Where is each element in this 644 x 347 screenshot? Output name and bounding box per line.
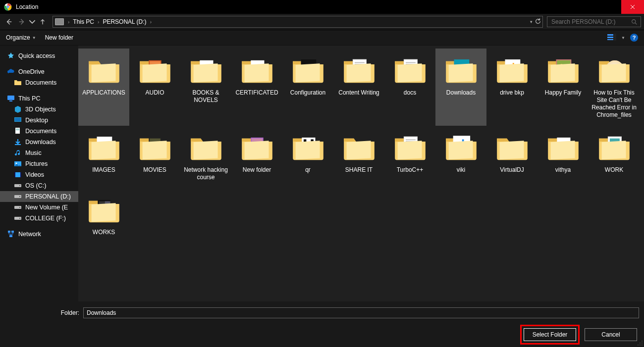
breadcrumb-item[interactable]: This PC (71, 18, 96, 25)
folder-icon (544, 50, 582, 88)
svg-rect-14 (16, 129, 19, 129)
folder-item[interactable]: WORKS (78, 188, 129, 250)
svg-point-97 (642, 345, 643, 346)
folder-item[interactable]: APPLICATIONS (78, 49, 129, 126)
close-button[interactable] (621, 0, 644, 14)
folder-item[interactable]: MP3 drive bkp (486, 49, 537, 126)
folder-item[interactable]: D IMAGES (78, 126, 129, 188)
view-mode-icon[interactable] (607, 34, 616, 42)
refresh-icon[interactable] (535, 18, 541, 26)
folder-label: viki (457, 166, 465, 174)
search-input[interactable] (550, 18, 631, 26)
folder-icon (340, 50, 378, 88)
folder-input[interactable] (83, 307, 639, 318)
folder-item[interactable]: VirtualDJ (486, 126, 537, 188)
resize-grip-icon[interactable] (637, 340, 643, 346)
folder-icon (187, 128, 225, 165)
folder-icon: PDF (544, 128, 582, 165)
sidebar-drive-college[interactable]: COLLEGE (F:) (0, 213, 78, 224)
svg-point-3 (7, 6, 9, 8)
breadcrumb[interactable]: › This PC › PERSONAL (D:) › ▾ (53, 16, 543, 28)
folder-item[interactable]: How to Fix This Site Can't Be Reached Er… (589, 49, 640, 126)
folder-item[interactable]: SHARE IT (333, 126, 384, 188)
svg-point-26 (19, 207, 20, 208)
folder-icon (136, 50, 174, 88)
folder-label: Content Writing (338, 89, 379, 97)
sidebar-quick-access[interactable]: Quick access (0, 50, 78, 61)
sidebar-documents[interactable]: Documents (0, 126, 78, 137)
folder-label: AUDIO (145, 89, 164, 97)
sidebar-this-pc[interactable]: This PC (0, 93, 78, 104)
svg-rect-79 (405, 140, 415, 141)
highlight-annotation: Select Folder (520, 325, 580, 345)
folder-label: SHARE IT (345, 166, 373, 174)
folder-item[interactable]: PDF BOOKS & NOVELS (180, 49, 231, 126)
svg-point-24 (19, 196, 20, 197)
folder-item[interactable]: Content Writing (333, 49, 384, 126)
svg-rect-5 (607, 34, 613, 36)
sidebar-music[interactable]: Music (0, 148, 78, 158)
folder-item[interactable]: PDF vithya (537, 126, 589, 188)
back-button[interactable] (3, 16, 15, 28)
sidebar-onedrive-documents[interactable]: Documents (0, 77, 78, 88)
folder-icon (340, 128, 378, 165)
chevron-right-icon[interactable]: › (98, 19, 99, 25)
desktop-icon (14, 116, 22, 124)
new-folder-button[interactable]: New folder (45, 34, 73, 41)
svg-rect-13 (15, 128, 20, 134)
folder-item[interactable]: New folder (231, 126, 282, 188)
help-icon[interactable]: ? (630, 34, 638, 42)
folder-item[interactable]: Downloads (435, 49, 486, 126)
svg-point-99 (638, 345, 639, 346)
sidebar-pictures[interactable]: Pictures (0, 158, 78, 169)
sidebar-onedrive[interactable]: OneDrive (0, 66, 78, 77)
folder-item[interactable]: qr (282, 126, 333, 188)
svg-rect-30 (11, 231, 14, 233)
folder-item[interactable]: TurboC++ (384, 126, 435, 188)
chevron-down-icon[interactable]: ▾ (530, 19, 533, 24)
sidebar-desktop[interactable]: Desktop (0, 115, 78, 126)
folder-item[interactable]: Network hacking course (180, 126, 231, 188)
up-button[interactable] (37, 16, 49, 28)
svg-rect-18 (14, 172, 21, 177)
cube-icon (14, 105, 22, 113)
sidebar-network[interactable]: Network (0, 229, 78, 240)
folder-label: Happy Family (545, 89, 581, 97)
svg-rect-20 (20, 172, 21, 177)
folder-item[interactable]: PDF CERTIFICATED (231, 49, 282, 126)
documents-icon (14, 127, 22, 135)
svg-rect-7 (607, 39, 613, 40)
folder-item[interactable]: WORK (589, 126, 640, 188)
forward-button[interactable] (16, 16, 28, 28)
select-folder-button[interactable]: Select Folder (524, 328, 576, 341)
folder-item[interactable]: Configuration (282, 49, 333, 126)
folder-item[interactable]: MOVIES (129, 126, 180, 188)
sidebar: Quick access OneDrive Documents This PC (0, 46, 78, 301)
search-box[interactable] (547, 16, 641, 27)
sidebar-downloads[interactable]: Downloads (0, 137, 78, 148)
sidebar-drive-newvol[interactable]: New Volume (E (0, 202, 78, 213)
toolbar: Organize ▼ New folder ▼ ? (0, 30, 644, 46)
sidebar-drive-os[interactable]: OS (C:) (0, 180, 78, 191)
breadcrumb-item[interactable]: PERSONAL (D:) (101, 18, 148, 25)
sidebar-3d-objects[interactable]: 3D Objects (0, 104, 78, 115)
chevron-right-icon[interactable]: › (150, 19, 152, 25)
drive-icon (14, 193, 22, 200)
folder-icon (136, 128, 174, 165)
folder-item[interactable]: AUDIO (129, 49, 180, 126)
folder-item[interactable]: Happy Family (537, 49, 589, 126)
folder-icon (595, 128, 633, 165)
organize-menu[interactable]: Organize ▼ (6, 34, 36, 41)
folder-item[interactable]: docs (384, 49, 435, 126)
sidebar-drive-personal[interactable]: PERSONAL (D:) (0, 191, 78, 202)
recent-dropdown[interactable] (29, 16, 36, 28)
cancel-button[interactable]: Cancel (585, 328, 637, 341)
chevron-right-icon[interactable]: › (68, 19, 69, 25)
cloud-icon (7, 68, 15, 76)
folder-content[interactable]: APPLICATIONS AUDIO PDF BOOKS & NOVELS PD… (78, 46, 644, 301)
folder-item[interactable]: viki (435, 126, 486, 188)
sidebar-videos[interactable]: Videos (0, 169, 78, 180)
view-dropdown[interactable]: ▼ (621, 36, 625, 40)
videos-icon (14, 171, 22, 179)
download-icon (14, 138, 22, 146)
